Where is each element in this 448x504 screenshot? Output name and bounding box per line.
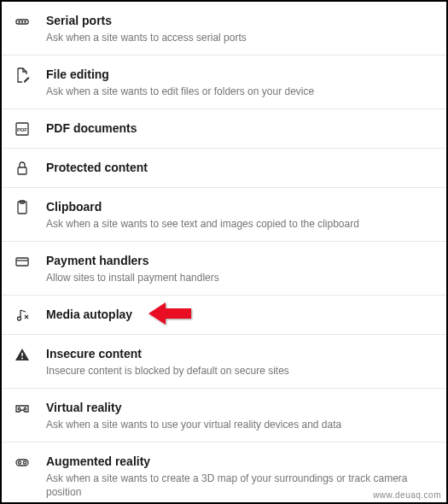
svg-point-13 [21,358,23,360]
svg-point-1 [19,21,20,22]
item-title: Payment handlers [46,252,433,269]
svg-point-11 [18,317,21,320]
svg-point-18 [23,461,26,464]
item-text: Insecure content Insecure content is blo… [46,345,433,378]
lock-icon [14,160,31,177]
item-text: Payment handlers Allow sites to install … [46,252,433,284]
item-title: Protected content [46,159,433,176]
settings-item-payment-handlers[interactable]: Payment handlers Allow sites to install … [2,242,446,296]
serial-port-icon [14,13,31,30]
item-text: Clipboard Ask when a site wants to see t… [46,198,433,231]
vr-icon [14,400,31,417]
svg-point-3 [25,21,26,22]
item-title: Serial ports [46,12,433,29]
item-desc: Allow sites to install payment handlers [46,271,433,284]
svg-point-2 [21,21,22,22]
item-title: File editing [46,66,433,83]
svg-point-14 [18,407,20,410]
settings-item-insecure-content[interactable]: Insecure content Insecure content is blo… [2,335,446,389]
svg-rect-6 [18,167,26,174]
settings-item-serial-ports[interactable]: Serial ports Ask when a site wants to ac… [2,2,446,56]
ar-icon [14,454,31,471]
item-title: Clipboard [46,198,433,215]
item-text: PDF documents [46,120,433,137]
item-desc: Ask when a site wants to use your virtua… [46,418,433,431]
settings-item-media-autoplay[interactable]: Media autoplay [2,296,446,335]
settings-item-file-editing[interactable]: File editing Ask when a site wants to ed… [2,56,446,109]
settings-item-pdf-documents[interactable]: PDF PDF documents [2,109,446,149]
item-text: Virtual reality Ask when a site wants to… [46,399,433,431]
item-title: Virtual reality [46,399,433,416]
settings-item-virtual-reality[interactable]: Virtual reality Ask when a site wants to… [2,389,446,442]
media-icon [14,307,31,324]
item-desc: Insecure content is blocked by default o… [46,364,433,378]
svg-text:PDF: PDF [17,127,27,132]
settings-list: Serial ports Ask when a site wants to ac… [2,2,446,504]
payment-icon [14,253,31,270]
item-title: Augmented reality [46,453,433,470]
item-desc: Ask when a site wants to see text and im… [46,217,433,231]
settings-item-clipboard[interactable]: Clipboard Ask when a site wants to see t… [2,188,446,242]
clipboard-icon [14,199,31,216]
warning-icon [14,346,31,363]
svg-point-15 [24,407,26,410]
svg-point-17 [18,461,20,464]
item-title: Insecure content [46,345,433,362]
settings-item-protected-content[interactable]: Protected content [2,149,446,188]
item-title: Media autoplay [46,306,433,323]
item-desc: Ask when a site wants to edit files or f… [46,85,433,98]
item-text: Media autoplay [46,306,433,323]
svg-rect-9 [16,258,28,266]
item-text: File editing Ask when a site wants to ed… [46,66,433,98]
watermark: www.deuaq.com [373,490,441,500]
item-text: Serial ports Ask when a site wants to ac… [46,12,433,44]
pdf-icon: PDF [14,120,31,138]
item-text: Protected content [46,159,433,176]
item-title: PDF documents [46,120,433,137]
item-desc: Ask when a site wants to access serial p… [46,31,433,44]
file-edit-icon [14,67,31,84]
